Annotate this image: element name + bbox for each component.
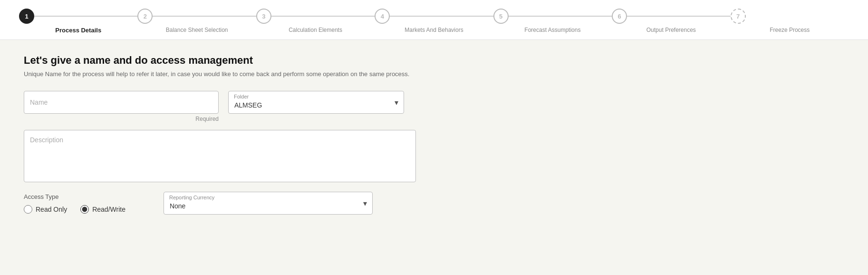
step-label-2: Balance Sheet Selection: [166, 27, 228, 33]
step-item-7[interactable]: 7 Freeze Process: [731, 9, 849, 33]
step-label-4: Markets And Behaviors: [405, 27, 463, 33]
read-write-radio[interactable]: [80, 205, 89, 214]
step-item-5[interactable]: 5 Forecast Assumptions: [493, 9, 612, 33]
step-circle-1: 1: [19, 9, 34, 24]
read-only-label: Read Only: [36, 206, 67, 213]
required-label: Required: [24, 116, 219, 122]
step-item-2[interactable]: 2 Balance Sheet Selection: [137, 9, 256, 33]
step-label-6: Output Preferences: [646, 27, 696, 33]
page-title: Let's give a name and do access manageme…: [24, 54, 433, 67]
main-content: Let's give a name and do access manageme…: [0, 40, 456, 229]
step-item-1[interactable]: 1 Process Details: [19, 9, 137, 34]
access-type-section: Access Type Read Only Read/Write: [24, 193, 125, 214]
description-row: [24, 130, 433, 182]
folder-field-group: Folder ALMSEG ▾: [228, 91, 404, 114]
read-only-option[interactable]: Read Only: [24, 205, 67, 214]
reporting-currency-label: Reporting Currency: [169, 195, 214, 200]
folder-select[interactable]: ALMSEG: [228, 91, 404, 114]
access-type-label: Access Type: [24, 193, 125, 200]
step-label-7: Freeze Process: [770, 27, 810, 33]
read-write-option[interactable]: Read/Write: [80, 205, 125, 214]
stepper-bar: 1 Process Details 2 Balance Sheet Select…: [0, 0, 868, 40]
step-label-5: Forecast Assumptions: [524, 27, 580, 33]
name-folder-row: Required Folder ALMSEG ▾: [24, 91, 433, 122]
reporting-currency-field-group: Reporting Currency None ▾: [164, 192, 373, 215]
radio-group: Read Only Read/Write: [24, 205, 125, 214]
step-circle-4: 4: [375, 9, 390, 24]
step-label-1: Process Details: [55, 27, 101, 34]
step-item-4[interactable]: 4 Markets And Behaviors: [375, 9, 493, 33]
read-only-radio[interactable]: [24, 205, 32, 214]
stepper: 1 Process Details 2 Balance Sheet Select…: [19, 9, 849, 34]
step-circle-2: 2: [137, 9, 153, 24]
step-circle-5: 5: [493, 9, 509, 24]
name-input[interactable]: [24, 91, 219, 114]
folder-label: Folder: [234, 94, 249, 99]
read-write-label: Read/Write: [92, 206, 125, 213]
folder-dropdown-wrapper: Folder ALMSEG ▾: [228, 91, 404, 114]
step-circle-3: 3: [256, 9, 271, 24]
name-field-group: Required: [24, 91, 219, 122]
reporting-currency-dropdown-wrapper: Reporting Currency None ▾: [164, 192, 373, 215]
step-circle-6: 6: [612, 9, 627, 24]
step-circle-7: 7: [731, 9, 746, 24]
step-line-6: [627, 16, 730, 17]
step-item-6[interactable]: 6 Output Preferences: [612, 9, 730, 33]
step-item-3[interactable]: 3 Calculation Elements: [256, 9, 375, 33]
step-line-5: [509, 16, 612, 17]
step-line-2: [153, 16, 256, 17]
bottom-row: Access Type Read Only Read/Write Reporti…: [24, 192, 433, 215]
step-line-1: [34, 16, 137, 17]
step-line-3: [271, 16, 375, 17]
step-label-3: Calculation Elements: [289, 27, 342, 33]
page-subtitle: Unique Name for the process will help to…: [24, 70, 433, 78]
description-textarea[interactable]: [24, 130, 416, 182]
step-line-4: [390, 16, 493, 17]
